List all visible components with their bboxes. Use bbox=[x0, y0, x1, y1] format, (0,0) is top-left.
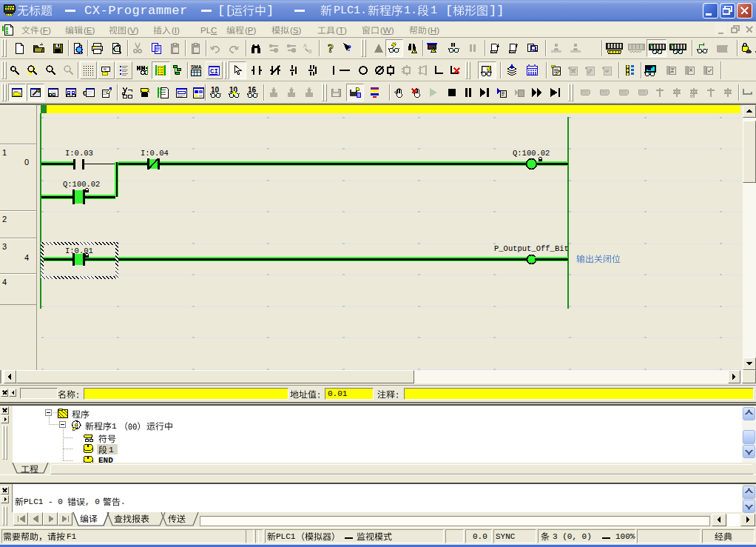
svg-text:w: w bbox=[104, 67, 107, 71]
svg-text:16: 16 bbox=[248, 87, 257, 94]
svg-text:B: B bbox=[308, 49, 312, 54]
svg-text:SMA: SMA bbox=[191, 64, 202, 70]
svg-text:?: ? bbox=[347, 43, 351, 53]
svg-text:?: ? bbox=[328, 42, 334, 54]
svg-text:A: A bbox=[303, 43, 307, 48]
svg-text:10: 10 bbox=[211, 87, 220, 94]
